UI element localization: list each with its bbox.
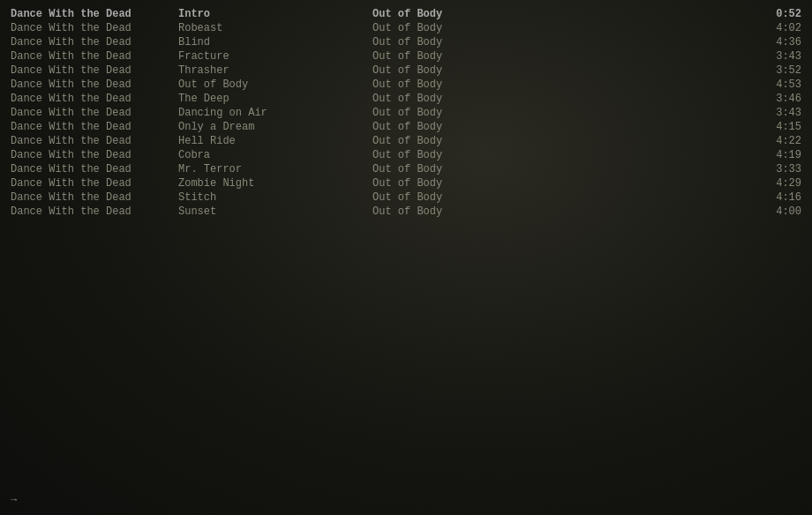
- track-artist: Dance With the Dead: [11, 191, 178, 204]
- track-duration: 4:29: [748, 177, 801, 190]
- track-album: Out of Body: [372, 50, 748, 63]
- track-duration: 3:33: [748, 163, 801, 175]
- track-duration: 4:02: [748, 22, 801, 34]
- track-title: Robeast: [178, 22, 372, 34]
- track-duration: 4:36: [748, 36, 801, 49]
- track-album: Out of Body: [372, 78, 748, 91]
- track-row[interactable]: Dance With the DeadFractureOut of Body3:…: [0, 49, 812, 63]
- track-title: Cobra: [178, 149, 372, 161]
- track-artist: Dance With the Dead: [11, 163, 178, 175]
- track-album: Out of Body: [372, 64, 748, 77]
- track-row[interactable]: Dance With the DeadCobraOut of Body4:19: [0, 148, 812, 162]
- track-title: Blind: [178, 36, 372, 49]
- track-duration: 4:15: [748, 121, 801, 133]
- track-artist: Dance With the Dead: [11, 78, 178, 91]
- track-artist: Dance With the Dead: [11, 64, 178, 77]
- track-duration: 4:19: [748, 149, 801, 161]
- track-row[interactable]: Dance With the DeadOnly a DreamOut of Bo…: [0, 120, 812, 134]
- track-artist: Dance With the Dead: [11, 50, 178, 63]
- track-title: Zombie Night: [178, 177, 372, 190]
- track-title: Mr. Terror: [178, 163, 372, 175]
- track-row[interactable]: Dance With the DeadZombie NightOut of Bo…: [0, 176, 812, 190]
- track-row[interactable]: Dance With the DeadMr. TerrorOut of Body…: [0, 162, 812, 176]
- track-album: Out of Body: [372, 93, 748, 105]
- track-artist: Dance With the Dead: [11, 135, 178, 147]
- track-album: Out of Body: [372, 191, 748, 204]
- track-artist: Dance With the Dead: [11, 177, 178, 190]
- track-title: The Deep: [178, 93, 372, 105]
- track-album: Out of Body: [372, 121, 748, 133]
- track-title: Thrasher: [178, 64, 372, 77]
- track-artist: Dance With the Dead: [11, 149, 178, 161]
- track-artist: Dance With the Dead: [11, 22, 178, 34]
- header-album: Out of Body: [372, 8, 748, 20]
- track-title: Stitch: [178, 191, 372, 204]
- track-duration: 4:00: [748, 205, 801, 218]
- track-artist: Dance With the Dead: [11, 107, 178, 119]
- track-list: Dance With the Dead Intro Out of Body 0:…: [0, 0, 812, 226]
- header-duration: 0:52: [748, 8, 801, 20]
- track-duration: 4:16: [748, 191, 801, 204]
- track-artist: Dance With the Dead: [11, 93, 178, 105]
- header-artist: Dance With the Dead: [11, 8, 178, 20]
- track-album: Out of Body: [372, 177, 748, 190]
- track-album: Out of Body: [372, 135, 748, 147]
- track-title: Sunset: [178, 205, 372, 218]
- track-title: Out of Body: [178, 78, 372, 91]
- track-album: Out of Body: [372, 107, 748, 119]
- track-album: Out of Body: [372, 36, 748, 49]
- track-duration: 4:53: [748, 78, 801, 91]
- track-album: Out of Body: [372, 163, 748, 175]
- track-duration: 3:43: [748, 107, 801, 119]
- track-row[interactable]: Dance With the DeadSunsetOut of Body4:00: [0, 205, 812, 219]
- track-title: Hell Ride: [178, 135, 372, 147]
- track-duration: 3:46: [748, 93, 801, 105]
- track-row[interactable]: Dance With the DeadDancing on AirOut of …: [0, 106, 812, 120]
- track-row[interactable]: Dance With the DeadStitchOut of Body4:16: [0, 190, 812, 205]
- arrow-indicator: →: [11, 494, 17, 506]
- track-row[interactable]: Dance With the DeadOut of BodyOut of Bod…: [0, 78, 812, 92]
- track-title: Only a Dream: [178, 121, 372, 133]
- track-album: Out of Body: [372, 149, 748, 161]
- track-title: Fracture: [178, 50, 372, 63]
- track-row[interactable]: Dance With the DeadThe DeepOut of Body3:…: [0, 92, 812, 106]
- track-duration: 3:43: [748, 50, 801, 63]
- track-row[interactable]: Dance With the DeadBlindOut of Body4:36: [0, 35, 812, 49]
- track-row[interactable]: Dance With the DeadRobeastOut of Body4:0…: [0, 21, 812, 35]
- track-duration: 4:22: [748, 135, 801, 147]
- track-title: Dancing on Air: [178, 107, 372, 119]
- track-row[interactable]: Dance With the DeadHell RideOut of Body4…: [0, 134, 812, 148]
- track-album: Out of Body: [372, 22, 748, 34]
- track-list-header: Dance With the Dead Intro Out of Body 0:…: [0, 7, 812, 21]
- header-title: Intro: [178, 8, 372, 20]
- track-artist: Dance With the Dead: [11, 36, 178, 49]
- track-artist: Dance With the Dead: [11, 205, 178, 218]
- track-duration: 3:52: [748, 64, 801, 77]
- track-album: Out of Body: [372, 205, 748, 218]
- track-row[interactable]: Dance With the DeadThrasherOut of Body3:…: [0, 63, 812, 78]
- track-artist: Dance With the Dead: [11, 121, 178, 133]
